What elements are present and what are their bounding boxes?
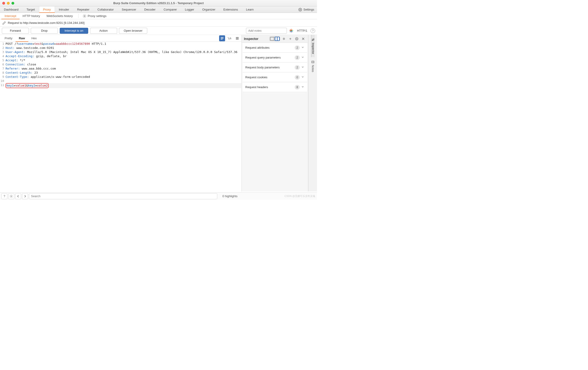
rail-tab-inspector[interactable]: Inspector	[311, 35, 315, 57]
editor-line[interactable]: 7Referer: www.aaa.bbb.ccc.com	[0, 67, 242, 71]
svg-point-9	[313, 39, 314, 40]
main-tab-decoder[interactable]: Decoder	[140, 6, 160, 13]
main-tab-organizer[interactable]: Organizer	[198, 6, 219, 13]
intercept-toggle-button[interactable]: Intercept is on	[60, 28, 88, 34]
work-area: PrettyRawHex\n 1POST /?username=test&pas…	[0, 35, 317, 191]
inspector-header: Inspector	[242, 35, 308, 43]
forward-icon[interactable]	[22, 193, 28, 199]
editor-line[interactable]: 5Accept: */*	[0, 58, 242, 62]
newline-toggle[interactable]: \n	[226, 35, 233, 41]
settings-button[interactable]: Settings	[296, 6, 317, 13]
main-tab-repeater[interactable]: Repeater	[73, 6, 94, 13]
view-tab-raw[interactable]: Raw	[16, 35, 28, 42]
editor-line[interactable]: 2Host: www.testcode.com:9201	[0, 46, 242, 50]
main-tab-learn[interactable]: Learn	[242, 6, 258, 13]
titlebar: Burp Suite Community Edition v2023.11.1.…	[0, 0, 317, 6]
main-tab-proxy[interactable]: Proxy	[39, 6, 55, 13]
svg-rect-4	[221, 39, 222, 40]
back-icon[interactable]	[15, 193, 21, 199]
help-icon[interactable]: ?	[311, 29, 315, 33]
view-tab-hex[interactable]: Hex	[28, 35, 40, 41]
sub-tab-intercept[interactable]: Intercept	[1, 13, 20, 19]
rail-tab-notes[interactable]: Notes	[311, 57, 315, 75]
inspector-row-request-body-parameters[interactable]: Request body parameters2	[242, 63, 307, 72]
search-input[interactable]	[29, 193, 217, 199]
gear-icon[interactable]	[294, 36, 299, 41]
gear-icon[interactable]	[8, 193, 14, 199]
sub-nav: InterceptHTTP historyWebSockets historyP…	[0, 13, 317, 19]
drop-button[interactable]: Drop	[31, 28, 58, 34]
svg-rect-5	[270, 37, 274, 41]
inspector-row-request-attributes[interactable]: Request attributes2	[242, 43, 307, 52]
main-tab-dashboard[interactable]: Dashboard	[0, 6, 23, 13]
close-icon[interactable]	[301, 36, 306, 41]
action-button[interactable]: Action	[90, 28, 117, 34]
editor-line[interactable]: 10	[0, 79, 242, 83]
inspector-row-request-query-parameters[interactable]: Request query parameters2	[242, 53, 307, 62]
inspector-row-request-headers[interactable]: Request headers8	[242, 82, 307, 92]
request-url-text: Request to http://www.testcode.com:9201 …	[8, 21, 84, 25]
main-tab-logger[interactable]: Logger	[181, 6, 198, 13]
collapse-all-icon[interactable]	[288, 36, 293, 41]
sub-tab-http-history[interactable]: HTTP history	[20, 13, 43, 19]
svg-point-1	[84, 16, 85, 17]
editor-line[interactable]: 6Connection: close	[0, 62, 242, 67]
svg-rect-3	[221, 38, 223, 39]
svg-rect-2	[221, 37, 223, 38]
main-tab-target[interactable]: Target	[23, 6, 39, 13]
right-rail: InspectorNotes	[308, 35, 317, 191]
editor-line[interactable]: 9Content-Type: application/x-www-form-ur…	[0, 75, 242, 79]
color-palette-icon[interactable]	[289, 28, 294, 33]
editor-line[interactable]: 1POST /?username=test&passwd=aaabbbccc12…	[0, 42, 242, 46]
notes-input[interactable]	[246, 28, 287, 34]
editor-line[interactable]: 8Content-Length: 23	[0, 71, 242, 75]
menu-icon[interactable]	[233, 35, 242, 41]
svg-point-10	[312, 40, 313, 41]
main-nav: DashboardTargetProxyIntruderRepeaterColl…	[0, 6, 317, 13]
main-tab-comparer[interactable]: Comparer	[160, 6, 181, 13]
svg-point-0	[300, 9, 301, 10]
forward-button[interactable]: Forward	[2, 28, 29, 34]
svg-rect-6	[275, 37, 277, 41]
bottom-bar: ? 0 highlights	[0, 192, 317, 200]
help-icon[interactable]: ?	[1, 193, 7, 199]
inspector-title: Inspector	[244, 37, 268, 41]
request-editor-pane: PrettyRawHex\n 1POST /?username=test&pas…	[0, 35, 242, 191]
editor-line[interactable]: 3User-Agent: Mozilla/5.0 (Macintosh; Int…	[0, 50, 242, 54]
main-tab-sequencer[interactable]: Sequencer	[118, 6, 140, 13]
sub-tab-websockets-history[interactable]: WebSockets history	[43, 13, 76, 19]
view-tabs: PrettyRawHex\n	[0, 35, 242, 42]
view-tab-pretty[interactable]: Pretty	[1, 35, 16, 41]
wrap-icon[interactable]	[219, 35, 225, 41]
inspector-panel: Inspector Request attributes2Request que…	[242, 35, 308, 191]
action-bar: Forward Drop Intercept is on Action Open…	[0, 27, 317, 35]
main-tab-intruder[interactable]: Intruder	[55, 6, 73, 13]
raw-editor[interactable]: 1POST /?username=test&passwd=aaabbbccc12…	[0, 42, 242, 191]
editor-line[interactable]: 11key1=value1&key2=value2	[0, 83, 242, 88]
main-tab-collaborator[interactable]: Collaborator	[94, 6, 118, 13]
proxy-settings-button[interactable]: Proxy settings	[81, 13, 108, 19]
window-title: Burp Suite Community Edition v2023.11.1.…	[0, 1, 317, 5]
inspector-row-request-cookies[interactable]: Request cookies0	[242, 72, 307, 82]
layout-toggle[interactable]	[269, 37, 280, 41]
svg-rect-7	[277, 37, 279, 41]
watermark: CSDN @无糖可乐没有灵魂	[284, 195, 315, 198]
editor-line[interactable]: 4Accept-Encoding: gzip, deflate, br	[0, 54, 242, 58]
http-version-label: HTTP/1	[296, 29, 309, 32]
edit-icon[interactable]	[2, 21, 6, 25]
expand-all-icon[interactable]	[281, 36, 286, 41]
request-info-bar: Request to http://www.testcode.com:9201 …	[0, 19, 317, 27]
main-tab-extensions[interactable]: Extensions	[220, 6, 242, 13]
open-browser-button[interactable]: Open browser	[119, 28, 147, 34]
svg-point-8	[296, 38, 297, 39]
svg-point-12	[11, 196, 12, 197]
